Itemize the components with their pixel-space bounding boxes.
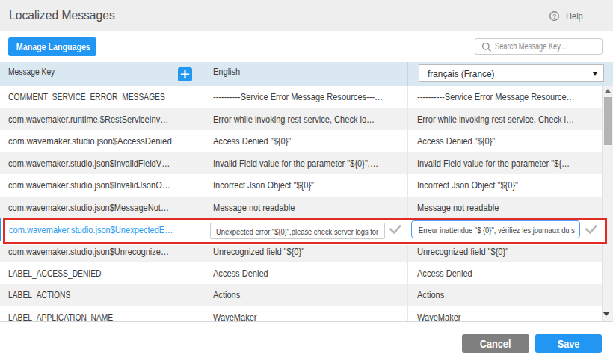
svg-text:?: ? xyxy=(552,13,556,20)
